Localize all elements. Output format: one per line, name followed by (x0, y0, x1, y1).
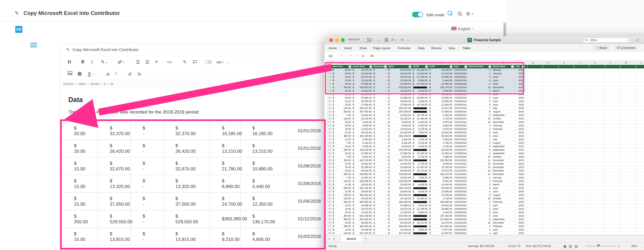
sheet-cell[interactable]: $18,540.00 (352, 190, 373, 193)
sheet-cell[interactable]: June (492, 131, 515, 134)
sheet-cell[interactable]: 01/09/2013 (453, 145, 468, 148)
sheet-cell[interactable]: $- (373, 159, 387, 162)
sheet-row[interactable]: 17$15.00$9,225.00$-$9,225.00$6,150.00$3,… (327, 120, 644, 124)
sheet-cell[interactable] (412, 110, 429, 113)
sheet-cell[interactable]: $529,550.00 (352, 173, 373, 176)
sheet-row[interactable]: 41$12.00$34,056.00$-$34,056.00$8,514.00$… (327, 204, 644, 207)
column-letter[interactable]: W (625, 61, 627, 64)
sheet-cell[interactable]: $527,437.50 (387, 232, 412, 235)
sheet-cell[interactable] (412, 107, 429, 110)
heading-icon[interactable]: H (68, 59, 71, 65)
sheet-cell[interactable]: 01/12/2018 (453, 169, 468, 172)
sheet-cell[interactable]: $12.00 (332, 190, 352, 193)
sheet-cell[interactable]: $8,235.00 (387, 145, 412, 148)
sheet-cell[interactable]: December (492, 221, 515, 224)
sheet-cell[interactable]: 7 (468, 107, 492, 110)
sheet-cell[interactable]: $107,550.00 (429, 218, 453, 221)
sheet-cell[interactable]: 2013 (515, 162, 525, 165)
sheet-cell[interactable]: $225,500.00 (352, 179, 373, 183)
sheet-cell[interactable]: $12.00 (332, 162, 352, 165)
sheet-cell[interactable]: 2018 (515, 96, 525, 99)
sheet-cell[interactable]: $18,990.00 (412, 96, 429, 99)
tab-insert[interactable]: Insert (344, 44, 352, 52)
sheet-cell[interactable]: $43,125.00 (352, 197, 373, 200)
sheet-cell[interactable]: $41,400.00 (412, 117, 429, 120)
name-box-spinner[interactable]: ▴▾ (341, 53, 342, 57)
zoom-slider-knob[interactable] (597, 244, 600, 247)
sheet-cell[interactable]: $10,730.00 (412, 114, 429, 117)
row-number[interactable]: 38 (327, 193, 332, 197)
sheet-cell[interactable]: $247,500.00 (429, 225, 453, 228)
sheet-cell[interactable]: 2018 (515, 169, 525, 172)
sheet-row[interactable]: 15$7.00$15,022.00$-$15,022.00$10,730.00$… (327, 114, 644, 117)
sheet-cell[interactable]: $125.00 (332, 107, 352, 110)
sheet-cell[interactable]: November (492, 159, 515, 162)
sheet-cell[interactable]: 01/12/2018 (453, 173, 468, 176)
sheet-cell[interactable]: 01/06/2018 (453, 96, 468, 99)
sheet-cell[interactable]: 2013 (515, 145, 525, 148)
sheet-cell[interactable]: $603,750.00 (352, 159, 373, 162)
sheet-cell[interactable]: $962,500.00 (352, 225, 373, 228)
sheet-cell[interactable]: February (492, 225, 515, 228)
row-number[interactable]: 33 (327, 176, 332, 179)
search-icon[interactable] (458, 11, 462, 17)
row-number[interactable]: 24 (327, 145, 332, 148)
sheet-cell[interactable]: $13,320.00 (352, 211, 373, 214)
sheet-cell[interactable]: 2013 (515, 117, 525, 120)
sheet-cell[interactable]: $- (373, 183, 387, 186)
sheet-cell[interactable]: $36,340.00 (387, 169, 412, 172)
tab-review[interactable]: Review (431, 44, 442, 52)
sheet-cell[interactable]: 8 (468, 141, 492, 144)
sheet-cell[interactable]: $18,170.00 (429, 221, 453, 224)
sheet-cell[interactable] (412, 134, 429, 138)
sheet-cell[interactable]: $32,280.00 (352, 166, 373, 169)
sheet-cell[interactable]: 8 (468, 193, 492, 197)
sheet-cell[interactable]: $- (373, 155, 387, 158)
row-number[interactable]: 37 (327, 190, 332, 193)
sheet-cell[interactable]: $5,715.00 (412, 155, 429, 158)
sheet-cell[interactable]: $- (373, 176, 387, 179)
sheet-cell[interactable]: 01/12/2018 (453, 120, 468, 124)
sheet-cell[interactable]: 4 (468, 232, 492, 235)
sheet-cell[interactable]: $36,340.00 (387, 221, 412, 224)
sheet-cell[interactable]: 2018 (515, 228, 525, 231)
sheet-cell[interactable]: 2018 (515, 131, 525, 134)
eraser-icon[interactable] (105, 72, 110, 77)
sheet-cell[interactable]: 01/06/2018 (453, 100, 468, 103)
gear-icon[interactable]: ⚙ (466, 11, 470, 17)
sheet-cell[interactable]: $2,736.00 (412, 162, 429, 165)
row-number[interactable]: 40 (327, 200, 332, 204)
sheet-cell[interactable]: $- (373, 197, 387, 200)
sheet-cell[interactable]: $- (373, 190, 387, 193)
sheet-row[interactable]: 32$350.00$529,550.00$-$529,550.00$136,17… (327, 173, 644, 176)
row-number[interactable]: 47 (327, 225, 332, 228)
sheet-cell[interactable]: 4 (468, 204, 492, 207)
row-number[interactable]: 21 (327, 134, 332, 138)
sheet-cell[interactable]: $20.00 (332, 169, 352, 172)
sheet-cell[interactable]: $6,181.00 (352, 141, 373, 144)
menu-icon[interactable] (30, 43, 37, 48)
sheet-cell[interactable]: $7,465.00 (412, 176, 429, 179)
sheet-cell[interactable]: $- (373, 148, 387, 151)
breadcrumb-item[interactable]: tbody (91, 82, 99, 86)
sheet-row[interactable]: 46$20.00$36,340.00$-$36,340.00$18,170.00… (327, 221, 644, 225)
sheet-cell[interactable]: $15.00 (332, 127, 352, 131)
sheet-cell[interactable]: $125.00 (332, 193, 352, 197)
sheet-cell[interactable]: $15.00 (332, 207, 352, 210)
sheet-cell[interactable]: $25,932.00 (352, 183, 373, 186)
sheet-cell[interactable]: October (492, 155, 515, 158)
sheet-cell[interactable]: 9 (468, 218, 492, 221)
sheet-cell[interactable]: $37,980.00 (352, 96, 373, 99)
sheet-cell[interactable]: $3,075.00 (429, 120, 453, 124)
sheet-cell[interactable]: 01/09/2018 (453, 152, 468, 155)
column-letter[interactable]: X (641, 61, 642, 64)
sheet-cell[interactable]: 01/10/2013 (453, 117, 468, 120)
row-number[interactable]: 42 (327, 207, 332, 210)
tab-formulas[interactable]: Formulas (397, 44, 411, 52)
sheet-cell[interactable]: April (492, 232, 515, 235)
sheet-cell[interactable]: 01/09/2018 (453, 218, 468, 221)
sheet-cell[interactable]: 12 (468, 166, 492, 169)
sheet-cell[interactable]: 12 (468, 169, 492, 172)
row-number[interactable]: 11 (327, 100, 332, 103)
sheet-row[interactable]: 29$12.00$10,944.00$-$10,944.00$2,736.00$… (327, 162, 644, 166)
